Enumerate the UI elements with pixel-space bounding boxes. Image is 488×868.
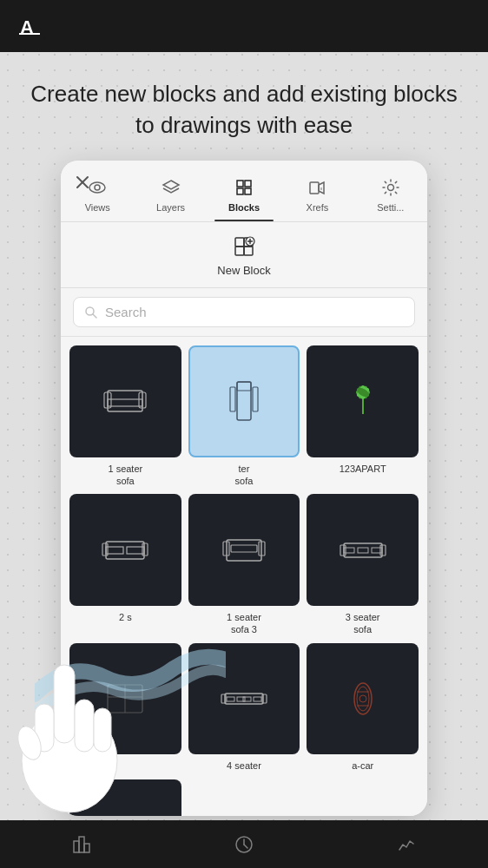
svg-rect-19 bbox=[244, 247, 253, 255]
block-item-2seater-sofa[interactable]: tersofa bbox=[188, 345, 300, 487]
layers-icon bbox=[160, 176, 182, 199]
search-icon bbox=[84, 306, 98, 319]
tab-settings[interactable]: Setti... bbox=[354, 171, 427, 221]
svg-rect-8 bbox=[237, 181, 243, 187]
block-item-1seater-sofa[interactable]: 1 seatersofa bbox=[69, 345, 181, 487]
svg-rect-82 bbox=[84, 844, 89, 852]
svg-rect-26 bbox=[108, 399, 142, 406]
tab-layers[interactable]: Layers bbox=[134, 171, 207, 221]
block-name-3seater-sofa: 3 seatersofa bbox=[346, 611, 380, 636]
svg-rect-62 bbox=[243, 697, 251, 701]
close-button[interactable] bbox=[73, 173, 92, 192]
tab-views[interactable]: Views bbox=[61, 171, 134, 221]
blocks-grid: 1 seatersofa tersofa bbox=[61, 337, 427, 816]
bottom-nav-icon-2[interactable] bbox=[232, 832, 256, 857]
block-name-4seater: 4 seater bbox=[227, 760, 261, 772]
block-thumb-3seater-sofa bbox=[307, 494, 419, 606]
block-item-door[interactable] bbox=[69, 779, 181, 817]
block-thumb-empty bbox=[69, 643, 181, 755]
svg-rect-50 bbox=[344, 543, 382, 557]
block-item-empty[interactable] bbox=[69, 643, 181, 773]
svg-point-67 bbox=[357, 687, 369, 711]
svg-rect-81 bbox=[79, 837, 84, 852]
svg-rect-11 bbox=[245, 188, 251, 194]
svg-rect-29 bbox=[237, 382, 251, 420]
svg-point-6 bbox=[95, 185, 100, 190]
svg-line-85 bbox=[244, 845, 247, 848]
block-item-1seater-sofa3[interactable]: 1 seatersofa 3 bbox=[188, 494, 300, 635]
svg-rect-47 bbox=[231, 545, 257, 552]
block-thumb-1seater-sofa bbox=[69, 345, 181, 457]
svg-rect-32 bbox=[253, 387, 258, 411]
svg-rect-12 bbox=[310, 182, 319, 194]
svg-rect-55 bbox=[380, 545, 386, 556]
top-bar: A bbox=[0, 0, 488, 52]
block-thumb-123apart bbox=[307, 345, 419, 457]
new-block-section[interactable]: New Block bbox=[61, 222, 427, 288]
new-block-icon bbox=[230, 233, 258, 260]
svg-rect-46 bbox=[227, 540, 261, 561]
tab-settings-label: Setti... bbox=[377, 202, 404, 213]
svg-rect-10 bbox=[237, 188, 243, 194]
tab-views-label: Views bbox=[85, 202, 110, 213]
svg-rect-63 bbox=[254, 697, 261, 701]
search-placeholder: Search bbox=[105, 305, 147, 319]
svg-rect-60 bbox=[227, 697, 234, 701]
bottom-nav-icon-3[interactable] bbox=[394, 832, 419, 857]
hero-title: Create new blocks and add existing block… bbox=[26, 78, 462, 141]
block-name-1seater-sofa3: 1 seatersofa 3 bbox=[227, 611, 261, 636]
new-block-label: New Block bbox=[217, 264, 270, 277]
svg-text:A: A bbox=[20, 16, 34, 38]
svg-rect-61 bbox=[237, 697, 245, 701]
blocks-icon bbox=[233, 176, 255, 199]
block-item-3seater-sofa[interactable]: 3 seatersofa bbox=[307, 494, 419, 635]
tab-layers-label: Layers bbox=[156, 202, 185, 213]
svg-point-70 bbox=[359, 695, 366, 702]
block-thumb-door bbox=[69, 779, 181, 817]
tab-xrefs[interactable]: Xrefs bbox=[280, 171, 353, 221]
block-item-2s[interactable]: 2 s bbox=[69, 494, 181, 635]
block-name-123apart: 123APART bbox=[340, 463, 386, 475]
svg-rect-43 bbox=[127, 547, 144, 554]
svg-point-15 bbox=[387, 185, 393, 191]
block-thumb-2seater-sofa bbox=[188, 345, 300, 457]
search-input-wrap[interactable]: Search bbox=[73, 297, 415, 327]
svg-rect-25 bbox=[108, 391, 142, 411]
svg-rect-9 bbox=[245, 181, 251, 187]
svg-rect-42 bbox=[106, 547, 123, 554]
tab-bar: Views Layers Blocks bbox=[61, 161, 427, 222]
tab-xrefs-label: Xrefs bbox=[307, 202, 329, 213]
block-thumb-2s bbox=[69, 494, 181, 606]
svg-rect-80 bbox=[74, 841, 79, 852]
search-bar: Search bbox=[61, 288, 427, 337]
tab-blocks-label: Blocks bbox=[228, 202, 260, 213]
block-item-4seater[interactable]: 4 seater bbox=[188, 643, 300, 773]
bottom-bar bbox=[0, 820, 488, 868]
svg-rect-16 bbox=[235, 238, 244, 247]
tab-blocks[interactable]: Blocks bbox=[208, 171, 280, 221]
svg-rect-17 bbox=[235, 247, 244, 255]
block-item-a-car[interactable]: a-car bbox=[307, 643, 419, 773]
phone-card: Views Layers Blocks bbox=[61, 161, 427, 816]
gear-icon bbox=[379, 176, 402, 199]
block-name-a-car: a-car bbox=[352, 760, 373, 772]
bottom-nav-icon-1[interactable] bbox=[69, 832, 94, 857]
svg-rect-31 bbox=[230, 387, 235, 411]
block-thumb-1seater-sofa3 bbox=[188, 494, 300, 606]
xrefs-icon bbox=[306, 176, 328, 199]
block-name-2s: 2 s bbox=[119, 611, 132, 623]
svg-marker-7 bbox=[163, 181, 179, 189]
block-name-2seater-sofa: tersofa bbox=[235, 463, 254, 488]
block-thumb-4seater bbox=[188, 643, 300, 755]
svg-rect-30 bbox=[237, 382, 251, 391]
hero-section: Create new blocks and add existing block… bbox=[0, 61, 488, 159]
app-logo: A bbox=[14, 10, 45, 42]
block-name-1seater-sofa: 1 seatersofa bbox=[108, 463, 142, 488]
svg-line-24 bbox=[93, 314, 96, 318]
svg-rect-54 bbox=[340, 545, 346, 556]
block-item-123apart[interactable]: 123APART bbox=[307, 345, 419, 487]
svg-rect-52 bbox=[358, 548, 368, 553]
block-thumb-a-car bbox=[307, 643, 419, 755]
svg-rect-41 bbox=[106, 542, 144, 559]
svg-rect-59 bbox=[225, 694, 263, 704]
